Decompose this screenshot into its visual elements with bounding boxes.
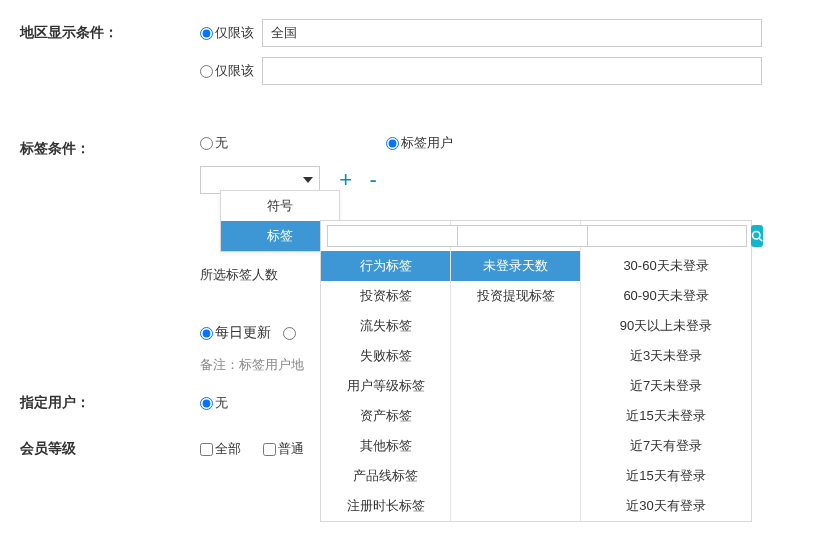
region-condition-label: 地区显示条件： [0,18,200,42]
tag-user-label: 标签用户 [401,134,453,152]
cascade-item[interactable]: 未登录天数 [451,251,580,281]
cascade-item[interactable]: 失败标签 [321,341,450,371]
cascade-item[interactable]: 近7天未登录 [581,371,751,401]
member-level-all-checkbox[interactable] [200,443,213,456]
svg-line-5 [759,238,762,241]
region-only-label-1: 仅限该 [215,24,254,42]
cascade-col-3-search-input[interactable] [587,225,747,247]
tag-none-radio[interactable] [200,137,213,150]
search-icon [751,230,763,242]
daily-update-alt-radio[interactable] [283,327,296,340]
cascade-col-1: 行为标签投资标签流失标签失败标签用户等级标签资产标签其他标签产品线标签注册时长标… [321,221,451,521]
tag-none-label: 无 [215,134,228,152]
cascade-item[interactable]: 60-90天未登录 [581,281,751,311]
daily-update-label: 每日更新 [215,324,271,342]
cascade-item[interactable]: 行为标签 [321,251,450,281]
member-level-label: 会员等级 [0,434,200,458]
svg-point-4 [753,232,761,240]
region-value-select-2[interactable] [262,57,762,85]
cascade-item[interactable]: 近15天未登录 [581,401,751,431]
cascade-item[interactable]: 近7天有登录 [581,431,751,461]
region-value-select[interactable]: 全国 [262,19,762,47]
specified-user-none-label: 无 [215,394,228,412]
member-level-all-label: 全部 [215,440,241,458]
cascade-item[interactable]: 用户等级标签 [321,371,450,401]
cascade-item[interactable]: 资产标签 [321,401,450,431]
note-text: 标签用户地 [239,357,304,372]
cascade-item[interactable]: 90天以上未登录 [581,311,751,341]
cascade-item[interactable]: 近30天有登录 [581,491,751,521]
cascade-item[interactable]: 产品线标签 [321,461,450,491]
caret-down-icon [303,177,313,183]
specified-user-none-radio[interactable] [200,397,213,410]
tag-user-radio[interactable] [386,137,399,150]
specified-user-label: 指定用户： [0,388,200,412]
dropdown-option-symbol[interactable]: 符号 [221,191,339,221]
region-only-label-2: 仅限该 [215,62,254,80]
cascade-item[interactable]: 投资标签 [321,281,450,311]
tag-condition-label: 标签条件： [0,134,200,158]
note-prefix: 备注： [200,357,239,372]
region-only-radio-1[interactable] [200,27,213,40]
cascade-item[interactable]: 流失标签 [321,311,450,341]
region-only-radio-2[interactable] [200,65,213,78]
tag-cascade-panel: 行为标签投资标签流失标签失败标签用户等级标签资产标签其他标签产品线标签注册时长标… [320,220,752,522]
daily-update-radio[interactable] [200,327,213,340]
cascade-item[interactable]: 投资提现标签 [451,281,580,311]
cascade-col-2: 未登录天数投资提现标签 [451,221,581,521]
remove-tag-button[interactable]: - [361,167,385,193]
member-level-normal-checkbox[interactable] [263,443,276,456]
cascade-col-3: 30-60天未登录60-90天未登录90天以上未登录近3天未登录近7天未登录近1… [581,221,751,521]
cascade-item[interactable]: 其他标签 [321,431,450,461]
cascade-item[interactable]: 近3天未登录 [581,341,751,371]
cascade-item[interactable]: 注册时长标签 [321,491,450,521]
cascade-col-3-search-button[interactable] [751,225,763,247]
cascade-item[interactable]: 30-60天未登录 [581,251,751,281]
cascade-item[interactable]: 近15天有登录 [581,461,751,491]
member-level-normal-label: 普通 [278,440,304,458]
